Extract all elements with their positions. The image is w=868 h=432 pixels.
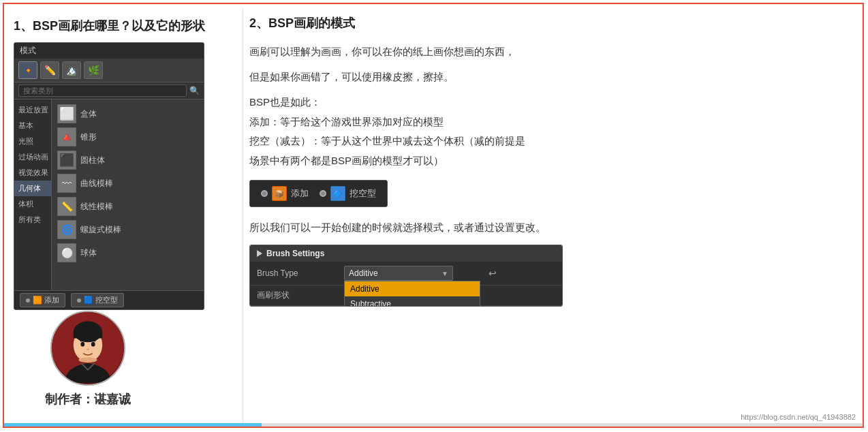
- bsp-add-text: 添加：等于给这个游戏世界添加对应的模型: [249, 112, 863, 132]
- bottom-progress-bar: [4, 423, 863, 427]
- avatar-area: 制作者：谌嘉诚: [45, 311, 131, 407]
- option-additive[interactable]: Additive: [345, 281, 480, 296]
- ue-item-sphere-label: 球体: [80, 247, 97, 259]
- ue-tab-landscape[interactable]: 🏔️: [62, 61, 81, 79]
- ue-content-area: ⬜ 盒体 🔺 锥形 ⬛ 圆柱体 〰 曲线模棒: [52, 99, 204, 290]
- author-label: 制作者：谌嘉诚: [45, 391, 131, 407]
- box-icon: ⬜: [57, 104, 76, 123]
- left-panel: 1、BSP画刷在哪里？以及它的形状 模式 🔸 ✏️ 🏔️ 🌿 🔍 最近放置 基本: [14, 18, 245, 310]
- spiral-staircase-icon: 🌀: [57, 220, 76, 239]
- ue-item-curved-staircase-label: 曲线模棒: [80, 178, 113, 189]
- sphere-icon: ⚪: [57, 243, 76, 262]
- left-section-title: 1、BSP画刷在哪里？以及它的形状: [14, 18, 245, 34]
- hollow-dot: [77, 298, 81, 303]
- ue-panel-title: 模式: [20, 45, 36, 57]
- ue-hollow-btn[interactable]: 🟦 挖空型: [71, 293, 124, 307]
- sidebar-item-geometry[interactable]: 几何体: [14, 181, 51, 196]
- cone-icon: 🔺: [57, 127, 76, 146]
- ue-tab-paint[interactable]: ✏️: [40, 61, 59, 79]
- desc-line1: 画刷可以理解为画画，你可以在你的纸上画你想画的东西，: [249, 42, 863, 61]
- bsp-subtract-text2: 场景中有两个都是BSP画刷的模型才可以）: [249, 151, 863, 171]
- add-radio: [261, 190, 268, 197]
- svg-point-9: [79, 357, 97, 362]
- curved-staircase-icon: 〰: [57, 174, 76, 193]
- ue-item-box[interactable]: ⬜ 盒体: [55, 102, 201, 125]
- ue-mode-panel: 模式 🔸 ✏️ 🏔️ 🌿 🔍 最近放置 基本 光照 过场动画 视觉效果: [14, 42, 204, 310]
- brush-type-label: Brush Type: [257, 268, 339, 278]
- bsp-hollow-btn-label: 挖空型: [350, 187, 376, 200]
- bsp-mode-bar: 📦 添加 🔷 挖空型: [249, 180, 388, 207]
- ue-item-curved-staircase[interactable]: 〰 曲线模棒: [55, 172, 201, 195]
- svg-rect-6: [80, 340, 86, 341]
- hollow-btn-icon: 🔷: [330, 186, 345, 201]
- avatar: [50, 311, 125, 386]
- brush-type-reset-icon[interactable]: ↩: [489, 268, 497, 279]
- brush-settings-body: Brush Type Additive ▼ Additive Subtracti…: [250, 262, 562, 306]
- sidebar-item-recent[interactable]: 最近放置: [14, 102, 51, 118]
- ue-item-cylinder-label: 圆柱体: [80, 155, 105, 166]
- add-btn-icon: 📦: [272, 186, 287, 201]
- ue-add-btn[interactable]: 🟧 添加: [20, 293, 65, 307]
- brush-type-row: Brush Type Additive ▼ Additive Subtracti…: [250, 262, 562, 286]
- ue-sidebar: 最近放置 基本 光照 过场动画 视觉效果 几何体 体积 所有类: [14, 99, 52, 290]
- brush-settings-title: Brush Settings: [266, 249, 324, 258]
- svg-point-8: [87, 348, 89, 350]
- bsp-info-block: BSP也是如此： 添加：等于给这个游戏世界添加对应的模型 挖空（减去）：等于从这…: [249, 93, 863, 170]
- ue-item-spiral-staircase[interactable]: 🌀 螺旋式模棒: [55, 218, 201, 241]
- svg-rect-7: [90, 340, 96, 341]
- ue-add-label: 🟧 添加: [33, 295, 59, 305]
- svg-point-4: [80, 342, 84, 347]
- ue-search-input[interactable]: [18, 84, 187, 97]
- ue-panel-titlebar: 模式: [14, 43, 204, 59]
- outer-border: 1、BSP画刷在哪里？以及它的形状 模式 🔸 ✏️ 🏔️ 🌿 🔍 最近放置 基本: [3, 3, 864, 428]
- sidebar-item-vfx[interactable]: 视觉效果: [14, 165, 51, 181]
- ue-item-sphere[interactable]: ⚪ 球体: [55, 241, 201, 264]
- brush-shape-label: 画刷形状: [257, 290, 339, 301]
- brush-settings-panel: Brush Settings Brush Type Additive ▼ Add…: [249, 245, 563, 307]
- sidebar-item-volume[interactable]: 体积: [14, 196, 51, 212]
- bsp-mode-hollow-btn[interactable]: 🔷 挖空型: [320, 186, 376, 201]
- bottom-desc: 所以我们可以一开始创建的时候就选择模式，或者通过设置更改。: [249, 218, 863, 236]
- brush-type-dropdown-wrapper: Additive ▼ Additive Subtractive: [344, 266, 480, 281]
- ue-hollow-label: 🟦 挖空型: [84, 295, 118, 305]
- ue-bottom-bar: 🟧 添加 🟦 挖空型: [14, 290, 204, 309]
- search-icon: 🔍: [189, 86, 200, 95]
- ue-item-cylinder[interactable]: ⬛ 圆柱体: [55, 149, 201, 172]
- option-subtractive[interactable]: Subtractive: [345, 296, 480, 307]
- sidebar-item-cinematic[interactable]: 过场动画: [14, 149, 51, 165]
- brush-type-value: Additive: [349, 268, 378, 278]
- dropdown-arrow-icon: ▼: [441, 270, 448, 277]
- avatar-image: [52, 311, 124, 384]
- ue-search-bar: 🔍: [14, 82, 204, 99]
- ue-tab-foliage[interactable]: 🌿: [84, 61, 103, 79]
- svg-point-5: [91, 342, 95, 347]
- ue-item-spiral-staircase-label: 螺旋式模棒: [80, 224, 121, 236]
- sidebar-item-basic[interactable]: 基本: [14, 118, 51, 134]
- right-panel: 2、BSP画刷的模式 画刷可以理解为画画，你可以在你的纸上画你想画的东西， 但是…: [249, 15, 863, 307]
- brush-type-dropdown[interactable]: Additive ▼: [344, 266, 453, 281]
- desc-line2: 但是如果你画错了，可以使用橡皮擦，擦掉。: [249, 67, 863, 86]
- ue-item-cone[interactable]: 🔺 锥形: [55, 125, 201, 149]
- ue-tab-placement[interactable]: 🔸: [18, 61, 37, 79]
- ue-item-linear-staircase[interactable]: 📏 线性模棒: [55, 195, 201, 218]
- ue-panel-icon-row: 🔸 ✏️ 🏔️ 🌿: [14, 59, 204, 82]
- ue-item-linear-staircase-label: 线性模棒: [80, 201, 113, 213]
- sidebar-item-lights[interactable]: 光照: [14, 134, 51, 149]
- add-dot: [26, 298, 30, 303]
- ue-body: 最近放置 基本 光照 过场动画 视觉效果 几何体 体积 所有类 ⬜ 盒体 🔺: [14, 99, 204, 290]
- cylinder-icon: ⬛: [57, 151, 76, 170]
- brush-settings-header: Brush Settings: [250, 245, 562, 262]
- watermark: https://blog.csdn.net/qq_41943882: [741, 413, 856, 421]
- ue-item-box-label: 盒体: [80, 108, 97, 120]
- bsp-mode-add-btn[interactable]: 📦 添加: [261, 186, 309, 201]
- progress-fill: [4, 423, 262, 427]
- hollow-radio: [320, 190, 326, 197]
- bsp-info-title: BSP也是如此：: [249, 93, 863, 112]
- bsp-subtract-text: 挖空（减去）：等于从这个世界中减去这个体积（减的前提是: [249, 132, 863, 151]
- linear-staircase-icon: 📏: [57, 197, 76, 216]
- brush-type-options: Additive Subtractive: [344, 281, 480, 307]
- ue-item-cone-label: 锥形: [80, 132, 97, 143]
- sidebar-item-all[interactable]: 所有类: [14, 212, 51, 228]
- svg-rect-3: [74, 332, 102, 339]
- collapse-triangle-icon: [257, 250, 262, 257]
